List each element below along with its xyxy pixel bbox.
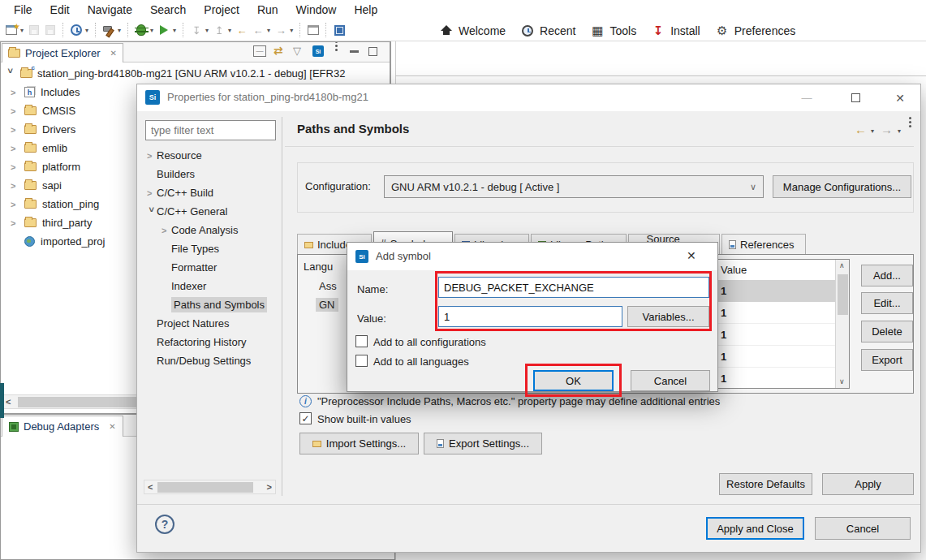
ptree-cpp-general[interactable]: > C/C++ General [139, 202, 280, 221]
chevron-right-icon[interactable]: > [11, 125, 20, 135]
manage-configurations-button[interactable]: Manage Configurations... [773, 175, 911, 198]
back-history-icon[interactable]: ← [235, 23, 249, 37]
dialog-cancel-button[interactable]: Cancel [815, 517, 911, 540]
ptree-indexer[interactable]: Indexer [139, 277, 280, 295]
ptree-builders[interactable]: Builders [139, 165, 280, 183]
link-editor-icon[interactable]: ⇄ [273, 44, 283, 57]
add-all-languages-checkbox[interactable] [355, 355, 368, 367]
configuration-select[interactable]: GNU ARM v10.2.1 - debug [ Active ] ∨ [384, 175, 764, 198]
apply-and-close-button[interactable]: Apply and Close [706, 517, 804, 540]
chevron-right-icon[interactable]: > [11, 144, 20, 153]
menu-file[interactable]: File [5, 0, 41, 19]
chevron-right-icon[interactable]: > [162, 226, 171, 235]
debug-dropdown-icon[interactable]: ▾ [150, 27, 153, 34]
view-menu-icon[interactable] [335, 41, 338, 43]
close-tab-icon[interactable]: ✕ [109, 422, 115, 431]
chevron-down-icon[interactable]: > [147, 207, 157, 217]
chevron-right-icon[interactable]: > [11, 181, 20, 191]
table-row[interactable]: 1 [714, 324, 849, 346]
ptree-paths-and-symbols[interactable]: Paths and Symbols [139, 295, 280, 314]
back-dropdown-icon[interactable]: ▾ [871, 127, 874, 135]
scroll-down-icon[interactable]: ∨ [839, 378, 845, 386]
delete-button[interactable]: Delete [861, 321, 913, 342]
back-icon[interactable]: ← [251, 23, 265, 37]
tab-references[interactable]: References [721, 234, 806, 255]
export-button[interactable]: Export [861, 349, 913, 371]
run-icon[interactable] [157, 23, 171, 37]
import-settings-button[interactable]: Import Settings... [299, 433, 419, 454]
build-hammer-icon[interactable] [101, 23, 116, 37]
chevron-down-icon[interactable]: > [6, 68, 15, 78]
forward-dropdown-icon[interactable]: ▾ [290, 27, 293, 34]
edit-button[interactable]: Edit... [861, 292, 913, 314]
filter-funnel-icon[interactable]: ▽ [293, 45, 301, 57]
back-dropdown-icon[interactable]: ▾ [267, 27, 270, 34]
ptree-horizontal-scrollbar[interactable]: < > [144, 480, 276, 494]
history-forward-icon[interactable]: → [881, 123, 893, 136]
restore-defaults-button[interactable]: Restore Defaults [719, 473, 812, 495]
device-connect-icon[interactable] [332, 23, 347, 37]
ptree-resource[interactable]: > Resource [139, 146, 280, 165]
history-back-icon[interactable]: ← [855, 123, 867, 136]
ptree-cpp-build[interactable]: > C/C++ Build [139, 183, 280, 202]
chevron-right-icon[interactable]: > [147, 188, 157, 198]
add-symbol-cancel-button[interactable]: Cancel [631, 370, 710, 391]
si-view-icon[interactable]: Si [312, 45, 324, 57]
new-wizard-icon[interactable]: ★ [4, 23, 19, 37]
ptree-code-analysis[interactable]: > Code Analysis [139, 221, 280, 239]
scroll-left-icon[interactable]: < [148, 483, 153, 492]
table-vertical-scrollbar[interactable]: ∧ ∨ [835, 260, 849, 388]
language-assembly[interactable]: Ass [319, 280, 337, 292]
save-icon[interactable] [27, 23, 41, 37]
menu-navigate[interactable]: Navigate [79, 0, 141, 19]
save-all-icon[interactable] [43, 23, 58, 37]
ptree-file-types[interactable]: File Types [139, 239, 280, 258]
chevron-right-icon[interactable]: > [11, 162, 20, 172]
table-row[interactable]: 1 [714, 302, 849, 324]
tree-root-row[interactable]: > c station_ping-brd4180b-mg21 [GNU ARM … [1, 64, 390, 82]
new-editor-icon[interactable] [306, 23, 321, 37]
upload-dropdown-icon[interactable]: ▾ [228, 27, 231, 34]
show-builtin-checkbox[interactable]: ✓ [299, 412, 312, 424]
menu-window[interactable]: Window [287, 0, 346, 19]
maximize-window-icon[interactable] [835, 84, 876, 111]
minimize-view-icon[interactable] [350, 50, 359, 53]
symbol-value-input[interactable] [438, 306, 622, 327]
chevron-right-icon[interactable]: > [11, 88, 20, 97]
chevron-right-icon[interactable]: > [147, 151, 157, 161]
tools-link[interactable]: ▦ Tools [589, 24, 636, 38]
collapse-all-icon[interactable]: — [253, 45, 266, 57]
properties-dialog-titlebar[interactable]: Si Properties for station_ping-brd4180b-… [137, 84, 920, 111]
download-dropdown-icon[interactable]: ▾ [205, 27, 209, 34]
tab-project-explorer[interactable]: Project Explorer ✕ [2, 43, 123, 62]
close-window-icon[interactable]: ✕ [880, 84, 920, 111]
close-dialog-icon[interactable]: ✕ [687, 249, 696, 262]
preferences-link[interactable]: ⚙ Preferences [714, 24, 795, 38]
table-row[interactable]: 1 [714, 346, 849, 368]
value-column-header[interactable]: Value [714, 260, 849, 280]
scroll-right-icon[interactable]: > [267, 483, 272, 492]
filter-input[interactable] [145, 120, 276, 140]
scrollbar-thumb[interactable] [838, 274, 848, 315]
minimize-window-icon[interactable]: — [786, 84, 827, 111]
menu-help[interactable]: Help [345, 0, 386, 19]
ptree-run-debug-settings[interactable]: Run/Debug Settings [139, 351, 280, 370]
chevron-right-icon[interactable]: > [11, 218, 20, 228]
variables-button[interactable]: Variables... [627, 306, 709, 327]
recent-link[interactable]: Recent [519, 24, 575, 38]
launch-history-dropdown-icon[interactable]: ▾ [85, 27, 88, 34]
help-button[interactable]: ? [155, 515, 174, 534]
export-settings-button[interactable]: Export Settings... [424, 433, 542, 454]
menu-project[interactable]: Project [195, 0, 248, 19]
apply-button[interactable]: Apply [822, 473, 914, 495]
add-all-configurations-checkbox[interactable] [355, 335, 368, 347]
welcome-link[interactable]: Welcome [438, 24, 506, 38]
build-dropdown-icon[interactable]: ▾ [118, 27, 121, 34]
maximize-view-icon[interactable] [368, 47, 377, 56]
download-icon[interactable]: ↧ [189, 23, 204, 37]
ptree-project-natures[interactable]: Project Natures [139, 314, 280, 333]
menu-edit[interactable]: Edit [41, 0, 79, 19]
scroll-left-icon[interactable]: < [6, 398, 11, 407]
add-symbol-titlebar[interactable]: Si Add symbol ✕ [347, 243, 717, 270]
table-row[interactable]: 1 [714, 368, 849, 390]
